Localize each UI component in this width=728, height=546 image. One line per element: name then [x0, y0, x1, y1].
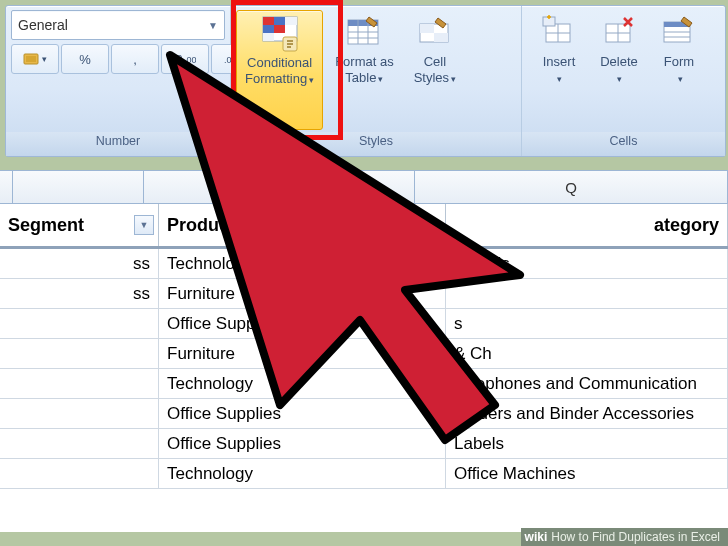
chevron-down-icon: ▾ [557, 74, 562, 84]
cell[interactable]: pherals [446, 249, 728, 278]
cell[interactable] [0, 369, 159, 398]
ribbon-group-cells: Insert ▾ Delete ▾ Form ▾ Cells [522, 6, 725, 156]
chevron-down-icon: ▾ [617, 74, 622, 84]
chevron-down-icon: ▾ [309, 75, 314, 85]
number-format-combo[interactable]: General ▼ [11, 10, 225, 40]
column-header-row: P Q [0, 170, 728, 204]
cell[interactable]: Labels [446, 429, 728, 458]
increase-decimal-button[interactable]: .0.00 [161, 44, 209, 74]
cell[interactable]: ss [0, 279, 159, 308]
table-row: Office SuppliesBinders and Binder Access… [0, 399, 728, 429]
table-row: ssTechnologypherals [0, 249, 728, 279]
svg-rect-8 [274, 17, 285, 25]
group-title-styles: Styles [231, 132, 521, 156]
cell[interactable] [0, 309, 159, 338]
svg-rect-21 [420, 24, 434, 33]
svg-rect-11 [274, 25, 285, 33]
svg-rect-1 [26, 56, 36, 62]
table-header-category: Product Category [159, 204, 446, 246]
format-as-table-icon [345, 14, 383, 52]
svg-rect-9 [285, 17, 297, 25]
svg-rect-10 [263, 25, 274, 33]
cell-styles-icon [416, 14, 454, 52]
table-row: Office SuppliesLabels [0, 429, 728, 459]
cell[interactable]: Office Supplies [159, 429, 446, 458]
ribbon-group-styles: Conditional Formatting▾ Format as Table▾… [231, 6, 522, 156]
column-header-q[interactable]: Q [415, 171, 728, 203]
cell[interactable]: Telephones and Communication [446, 369, 728, 398]
table-header-row: Segment ▼ Product Category ategory [0, 204, 728, 249]
cell[interactable]: Technology [159, 249, 446, 278]
comma-button[interactable]: , [111, 44, 159, 74]
ribbon: General ▼ ▾ % , .0.00 [5, 5, 726, 157]
number-format-value: General [18, 17, 68, 33]
cell[interactable] [446, 279, 728, 308]
svg-text:.0: .0 [174, 54, 183, 65]
chevron-down-icon: ▼ [208, 20, 218, 31]
delete-cells-icon [600, 14, 638, 52]
table-row: TechnologyOffice Machines [0, 459, 728, 489]
cell-styles-button[interactable]: Cell Styles▾ [406, 10, 464, 87]
cell[interactable]: Technology [159, 369, 446, 398]
chevron-down-icon: ▾ [451, 74, 456, 84]
table-row: ssFurniture [0, 279, 728, 309]
column-header-p[interactable]: P [144, 171, 415, 203]
table-row: Office Suppliess [0, 309, 728, 339]
column-header-o[interactable] [13, 171, 144, 203]
svg-text:.00: .00 [184, 55, 196, 65]
cell[interactable]: Binders and Binder Accessories [446, 399, 728, 428]
format-as-table-button[interactable]: Format as Table▾ [327, 10, 402, 87]
svg-rect-7 [263, 17, 274, 25]
format-cells-icon [660, 14, 698, 52]
delete-cells-button[interactable]: Delete ▾ [592, 10, 646, 87]
cell[interactable]: s [446, 309, 728, 338]
cell[interactable]: ss [0, 249, 159, 278]
spreadsheet: P Q Segment ▼ Product Category ategory s… [0, 170, 728, 532]
cell[interactable] [0, 339, 159, 368]
insert-cells-icon [540, 14, 578, 52]
percent-button[interactable]: % [61, 44, 109, 74]
cell[interactable] [0, 399, 159, 428]
svg-rect-22 [434, 33, 448, 42]
cell[interactable] [0, 429, 159, 458]
number-dialog-launcher[interactable]: ◢ [210, 137, 226, 153]
cell[interactable]: Office Supplies [159, 309, 446, 338]
table-row: Furniture& Ch [0, 339, 728, 369]
format-cells-button[interactable]: Form ▾ [652, 10, 706, 87]
cell[interactable]: Furniture [159, 279, 446, 308]
conditional-formatting-icon [261, 15, 299, 53]
cell[interactable]: Furniture [159, 339, 446, 368]
conditional-formatting-button[interactable]: Conditional Formatting▾ [236, 10, 323, 130]
insert-cells-button[interactable]: Insert ▾ [532, 10, 586, 87]
chevron-down-icon: ▾ [378, 74, 383, 84]
group-title-cells: Cells [522, 132, 725, 156]
table-row: TechnologyTelephones and Communication [0, 369, 728, 399]
chevron-down-icon: ▾ [678, 74, 683, 84]
group-title-number: Number [6, 132, 230, 156]
watermark: wikiHow to Find Duplicates in Excel [521, 528, 728, 546]
cell[interactable]: & Ch [446, 339, 728, 368]
row-col-corner[interactable] [0, 171, 13, 203]
cell[interactable]: Office Supplies [159, 399, 446, 428]
currency-button[interactable]: ▾ [11, 44, 59, 74]
ribbon-group-number: General ▼ ▾ % , .0.00 [6, 6, 231, 156]
filter-button[interactable]: ▼ [134, 215, 154, 235]
svg-rect-12 [263, 33, 274, 41]
table-header-subcategory: ategory [446, 204, 728, 246]
cell[interactable] [0, 459, 159, 488]
table-header-segment: Segment ▼ [0, 204, 159, 246]
cell[interactable]: Office Machines [446, 459, 728, 488]
cell[interactable]: Technology [159, 459, 446, 488]
